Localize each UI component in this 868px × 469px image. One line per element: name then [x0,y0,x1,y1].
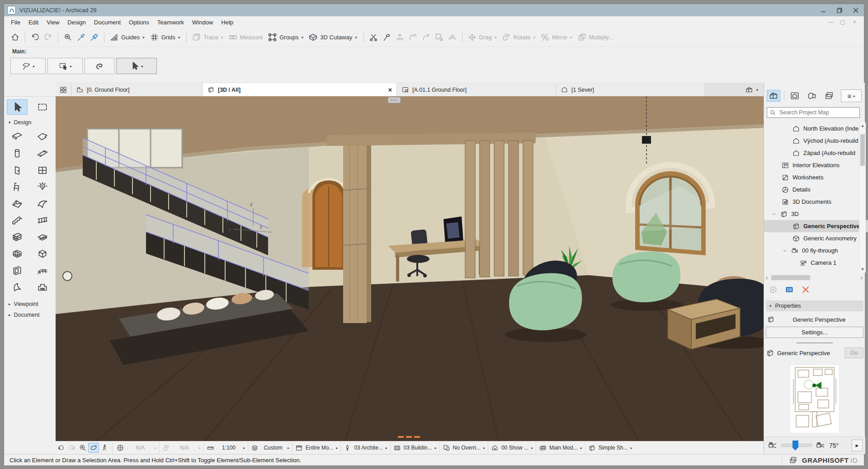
menu-window[interactable]: Window [188,18,217,27]
scrollbar-thumb[interactable] [771,275,810,280]
suspend-groups-button[interactable] [85,58,114,74]
split-button[interactable] [367,31,380,43]
stair-tool[interactable] [7,213,28,228]
navigator-menu-button[interactable]: ≡ ▸ [841,89,862,102]
home-button[interactable] [9,31,22,43]
tree-item-3d[interactable]: 3D [764,208,864,220]
fly-through-play-button[interactable]: ▶ [852,440,863,451]
tree-item-worksheets[interactable]: Worksheets [764,171,868,183]
redo-button[interactable] [42,31,55,43]
door-tool[interactable] [7,163,28,178]
orientation-control[interactable]: N/A ▸ [160,441,204,454]
scroll-up-icon[interactable]: ▲ [860,123,865,128]
view-map-button[interactable] [788,90,802,102]
tree-item-zapad[interactable]: Západ (Auto-rebuild [764,147,868,159]
measure-button[interactable]: Measure [226,31,266,43]
trace-button[interactable]: Trace ▾ [190,31,226,43]
floor-plan-preview[interactable] [764,361,865,436]
roof-pitch-button[interactable] [446,31,459,43]
fov-slider-thumb[interactable] [793,441,798,448]
wide-angle-camera-icon[interactable] [768,441,778,450]
toolbox-section-document[interactable]: ▸ Document [4,310,56,320]
drag-button[interactable]: Drag ▾ [466,31,500,43]
drag-caret-icon[interactable]: ▾ [495,35,497,40]
lamp-tool[interactable] [32,179,53,195]
toolbox-section-design[interactable]: ▾ Design [4,117,56,127]
guides-button[interactable]: Guides ▾ [108,31,148,43]
menu-teamwork[interactable]: Teamwork [153,18,188,27]
graphic-override-control[interactable]: No Overri... ▸ [440,441,488,454]
renovation-filter-control[interactable]: 00 Show ... ▸ [488,441,536,454]
tab-1-sever[interactable]: [1 Sever] [556,83,705,96]
tree-item-interior-elevations[interactable]: Interior Elevations [764,159,868,171]
menu-edit[interactable]: Edit [24,18,42,27]
menu-help[interactable]: Help [217,18,237,27]
multiply-button[interactable]: Multiply... [576,31,617,43]
scroll-left-icon[interactable]: ‹ [766,275,768,281]
fillet-button[interactable] [420,31,433,43]
tree-item-3d-documents[interactable]: 3D Documents [764,196,868,208]
walk-button[interactable] [99,443,110,453]
marquee-polygon-button[interactable]: ▸ [10,58,46,74]
project-map-button[interactable] [767,90,780,102]
tab-ground-floor[interactable]: [0. Ground Floor] [71,83,203,96]
scroll-right-icon[interactable]: › [861,275,863,281]
menu-document[interactable]: Document [90,18,125,27]
tree-horizontal-scrollbar[interactable]: ‹ › [766,274,863,281]
menu-design[interactable]: Design [63,18,90,27]
fov-slider[interactable] [781,444,812,447]
tab-close-icon[interactable]: × [382,86,392,94]
view-settings-icon[interactable] [785,285,794,294]
inject-parameters-button[interactable] [88,31,101,43]
minimize-button[interactable] [815,5,831,15]
pick-up-parameters-button[interactable] [75,31,88,43]
go-button[interactable]: Go [844,347,863,358]
model-view-options-control[interactable]: 03 Buildin... ▸ [391,441,440,454]
menu-options[interactable]: Options [125,18,153,27]
close-button[interactable] [848,5,864,15]
structure-display-control[interactable]: Entire Mo... ▸ [292,441,341,454]
narrow-angle-camera-icon[interactable] [816,441,826,450]
tree-item-camera-1[interactable]: Camera 1 [764,257,868,269]
scrollbar-thumb[interactable] [860,134,865,166]
layout-book-button[interactable] [805,90,819,102]
graphisoft-id-area[interactable]: GRAPHISOFT ID [782,455,864,465]
guides-caret-icon[interactable]: ▾ [142,35,145,40]
model-filter-control[interactable]: Main Mod... ▸ [536,441,585,454]
search-input[interactable] [778,109,859,116]
orbit-button[interactable] [88,443,99,453]
panel-divider[interactable] [797,342,833,343]
shell-tool[interactable] [32,196,53,211]
tree-item-generic-axonometry[interactable]: Generic Axonometry [764,232,868,244]
elevate-button[interactable] [393,31,406,43]
slab-tool[interactable] [32,129,53,145]
arrow-tool-button[interactable]: ▸ [116,58,157,74]
mesh-tool[interactable] [32,263,53,278]
undo-button[interactable] [28,31,42,43]
tab-a011-ground-floor[interactable]: [A.01.1 Ground Floor] [397,83,556,96]
resize-button[interactable] [433,31,446,43]
rotate-button[interactable]: Rotate ▾ [500,31,538,43]
railing-tool[interactable] [32,213,53,228]
next-view-button[interactable] [66,443,77,453]
skylight-tool[interactable] [32,230,53,245]
tree-item-fly-through[interactable]: 00 fly-through [764,244,868,257]
opening-tool[interactable] [7,263,28,278]
3d-style-control[interactable]: Simple Sh... ▸ [585,441,635,454]
layer-combination-control[interactable]: Custom ▸ [248,441,292,454]
morph-tool[interactable] [32,280,53,295]
grids-caret-icon[interactable]: ▾ [178,35,180,40]
intersect-button[interactable] [406,31,420,43]
menu-view[interactable]: View [42,18,63,27]
toolbox-section-viewpoint[interactable]: ▸ Viewpoint [4,299,56,309]
wall-tool[interactable] [7,129,28,145]
viewport-3d[interactable]: z x y [56,96,764,441]
arrow-tool[interactable] [7,99,28,115]
tab-overview-button[interactable] [56,83,71,96]
column-tool[interactable] [7,146,28,161]
zoom-in-button[interactable] [77,443,88,453]
marquee-select-button[interactable]: ▸ [47,58,83,74]
publisher-button[interactable] [822,90,836,102]
curtain-wall-tool[interactable] [7,230,28,245]
find-select-button[interactable] [61,31,75,43]
